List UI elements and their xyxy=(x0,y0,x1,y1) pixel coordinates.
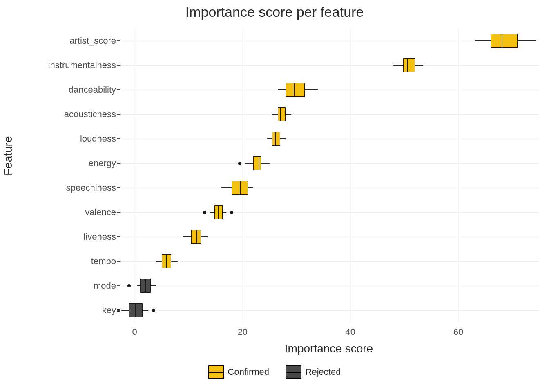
box-row-speechiness xyxy=(118,180,539,196)
y-tick-label: tempo xyxy=(34,256,116,267)
y-tick-label: danceability xyxy=(34,85,116,95)
median xyxy=(240,181,241,195)
y-tick-label: instrumentalness xyxy=(34,60,116,71)
x-tick-label: 20 xyxy=(237,327,247,337)
y-tick-dash xyxy=(117,261,120,262)
box-row-instrumentalness xyxy=(118,57,539,74)
legend-item-confirmed: Confirmed xyxy=(208,365,269,379)
median xyxy=(135,303,136,317)
y-tick-label: mode xyxy=(34,281,116,291)
boxplot-chart: Importance score per feature Feature Imp… xyxy=(0,0,549,392)
box-row-key xyxy=(118,302,539,318)
y-tick-label: energy xyxy=(34,158,116,169)
y-tick-dash xyxy=(117,65,120,66)
y-tick-label: speechiness xyxy=(34,183,116,193)
y-axis-label: Feature xyxy=(2,136,15,176)
legend-label-confirmed: Confirmed xyxy=(228,367,269,377)
legend-swatch-confirmed xyxy=(208,365,224,379)
box xyxy=(491,34,518,48)
y-tick-label: valence xyxy=(34,207,116,218)
y-tick-dash xyxy=(117,89,120,90)
median xyxy=(196,230,197,244)
box-row-energy xyxy=(118,155,539,172)
y-tick-dash xyxy=(117,40,120,41)
outlier-point xyxy=(203,211,206,214)
plot-area xyxy=(118,29,539,323)
box xyxy=(278,107,286,121)
box-row-mode xyxy=(118,278,539,294)
box-row-acousticness xyxy=(118,106,539,122)
box-row-artist_score xyxy=(118,33,539,49)
y-tick-label: key xyxy=(34,305,116,316)
y-tick-dash xyxy=(117,310,120,311)
median xyxy=(259,156,259,170)
box-row-loudness xyxy=(118,131,539,147)
y-tick-label: acousticness xyxy=(34,109,116,120)
y-tick-dash xyxy=(117,285,120,286)
y-tick-dash xyxy=(117,187,120,188)
legend-label-rejected: Rejected xyxy=(306,367,341,377)
x-tick-label: 40 xyxy=(346,327,355,337)
x-tick-label: 60 xyxy=(453,327,463,337)
box xyxy=(403,58,415,72)
outlier-point xyxy=(127,284,131,287)
median xyxy=(275,132,276,146)
box-row-valence xyxy=(118,204,539,220)
median xyxy=(502,34,502,48)
median xyxy=(218,205,219,219)
y-tick-dash xyxy=(117,212,120,213)
x-axis-label: Importance score xyxy=(118,342,539,355)
legend-item-rejected: Rejected xyxy=(286,365,341,379)
box xyxy=(253,156,261,170)
box xyxy=(191,230,201,244)
median xyxy=(166,254,167,268)
y-tick-label: loudness xyxy=(34,134,116,144)
y-tick-dash xyxy=(117,138,120,139)
median xyxy=(280,107,281,121)
box xyxy=(286,83,304,97)
box-row-danceability xyxy=(118,82,539,98)
median xyxy=(407,58,408,72)
box xyxy=(272,132,280,146)
x-tick-label: 0 xyxy=(132,327,137,337)
y-tick-label: artist_score xyxy=(34,36,116,46)
legend-swatch-rejected xyxy=(286,365,301,379)
chart-title: Importance score per feature xyxy=(0,4,549,20)
box xyxy=(129,303,143,317)
y-tick-label: liveness xyxy=(34,232,116,242)
box-row-liveness xyxy=(118,229,539,245)
outlier-point xyxy=(152,309,155,312)
median xyxy=(294,83,295,97)
y-tick-dash xyxy=(117,236,120,237)
y-tick-dash xyxy=(117,114,120,115)
legend: Confirmed Rejected xyxy=(0,365,549,380)
outlier-point xyxy=(230,211,233,214)
y-tick-dash xyxy=(117,163,120,164)
median xyxy=(145,279,146,293)
outlier-point xyxy=(238,162,241,165)
box-row-tempo xyxy=(118,253,539,270)
